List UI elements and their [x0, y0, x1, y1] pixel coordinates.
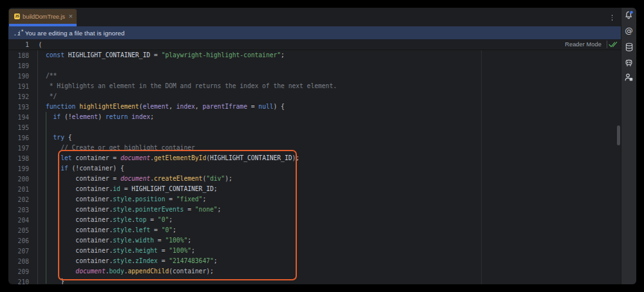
- code-line-204: 204 container.style.top = "0";: [8, 215, 621, 225]
- code-line-198: 198 let container = document.getElementB…: [8, 153, 621, 163]
- sticky-line-row: 1 ( Reader Mode: [8, 39, 621, 50]
- line-number: 201: [8, 186, 37, 193]
- line-number: 198: [8, 155, 37, 162]
- tab-label: buildDomTree.js: [23, 14, 65, 20]
- line-number: 199: [8, 165, 37, 172]
- line-number: 188: [8, 52, 37, 59]
- code-text: container.style.position = "fixed";: [37, 194, 621, 205]
- reader-mode-label: Reader Mode: [565, 41, 601, 48]
- line-number: 193: [8, 104, 37, 111]
- notifications-bell-icon[interactable]: [624, 10, 634, 19]
- code-lines: 188 const HIGHLIGHT_CONTAINER_ID = "play…: [8, 50, 621, 284]
- line-number: 209: [8, 268, 37, 275]
- code-text: /**: [37, 71, 621, 81]
- line-number: 203: [8, 206, 37, 214]
- code-line-207: 207 container.style.height = "100%";: [8, 246, 621, 256]
- javascript-file-icon: JS: [14, 14, 20, 19]
- code-text: try {: [37, 132, 621, 143]
- code-text: let container = document.getElementById(…: [37, 153, 621, 163]
- ide-window: JS buildDomTree.js × .i* You are editing…: [8, 8, 636, 284]
- code-text: container.style.pointerEvents = "none";: [37, 205, 621, 215]
- line-number: 197: [8, 145, 37, 152]
- code-text: container.style.zIndex = "2147483647";: [37, 256, 621, 266]
- code-line-199: 199 if (!container) {: [8, 163, 621, 174]
- code-text: if (!container) {: [37, 163, 621, 174]
- code-line-205: 205 container.style.left = "0";: [8, 225, 621, 235]
- code-text: const HIGHLIGHT_CONTAINER_ID = "playwrig…: [37, 50, 621, 60]
- tab-close-icon[interactable]: ×: [69, 14, 73, 19]
- code-line-190: 190 /**: [8, 71, 621, 81]
- line-number: 195: [8, 124, 37, 131]
- line-number: 190: [8, 73, 37, 80]
- code-text: if (!element) return index;: [37, 112, 621, 122]
- line-number: 191: [8, 83, 37, 90]
- code-text: }: [37, 277, 621, 284]
- code-text: */: [37, 91, 621, 102]
- code-line-209: 209 document.body.appendChild(container)…: [8, 266, 621, 277]
- code-line-192: 192 */: [8, 91, 621, 102]
- at-glyph: @: [625, 26, 633, 35]
- code-line-188: 188 const HIGHLIGHT_CONTAINER_ID = "play…: [8, 50, 621, 60]
- code-line-194: 194 if (!element) return index;: [8, 112, 621, 122]
- line-number: 189: [8, 62, 37, 69]
- line-number: 194: [8, 114, 37, 121]
- database-icon[interactable]: [624, 42, 634, 51]
- banner-message: You are editing a file that is ignored: [25, 30, 125, 37]
- code-text: document.body.appendChild(container);: [37, 266, 621, 277]
- line-number: 196: [8, 134, 37, 141]
- editor-pane: JS buildDomTree.js × .i* You are editing…: [8, 8, 621, 284]
- line-number: 204: [8, 217, 37, 224]
- line-number: 208: [8, 258, 37, 265]
- ignored-file-banner: .i* You are editing a file that is ignor…: [8, 26, 621, 39]
- ide-screen: JS buildDomTree.js × .i* You are editing…: [0, 0, 644, 292]
- line-number: 205: [8, 227, 37, 234]
- code-text: function highlightElement(element, index…: [37, 102, 621, 112]
- copilot-robot-icon[interactable]: [624, 59, 634, 68]
- code-text: container.style.top = "0";: [37, 215, 621, 225]
- code-line-189: 189: [8, 60, 621, 71]
- right-tool-window-stripe: @: [621, 8, 636, 284]
- editor-tab-bar: JS buildDomTree.js ×: [8, 8, 621, 26]
- code-line-193: 193 function highlightElement(element, i…: [8, 102, 621, 112]
- code-line-210: 210 }: [8, 277, 621, 284]
- code-line-202: 202 container.style.position = "fixed";: [8, 194, 621, 205]
- ignore-file-icon: .i*: [14, 29, 24, 37]
- line-number: 206: [8, 237, 37, 244]
- sticky-line-number: 1: [8, 41, 37, 48]
- line-number: 192: [8, 93, 37, 100]
- code-text: container.id = HIGHLIGHT_CONTAINER_ID;: [37, 184, 621, 194]
- line-number: 200: [8, 176, 37, 183]
- line-number: 202: [8, 196, 37, 203]
- tab-builddomtree-js[interactable]: JS buildDomTree.js ×: [9, 9, 77, 24]
- code-with-me-users-icon[interactable]: [624, 73, 634, 82]
- line-number: 210: [8, 278, 37, 285]
- sticky-line-code: (: [37, 41, 565, 48]
- code-text: container.style.left = "0";: [37, 225, 621, 235]
- code-line-208: 208 container.style.zIndex = "2147483647…: [8, 256, 621, 266]
- code-line-195: 195: [8, 122, 621, 132]
- inspections-ok-icon[interactable]: [609, 41, 618, 48]
- code-text: // Create or get highlight container: [37, 143, 621, 153]
- ai-assistant-at-icon[interactable]: @: [624, 26, 634, 35]
- code-text: * Highlights an element in the DOM and r…: [37, 81, 621, 91]
- line-number: 207: [8, 248, 37, 255]
- code-line-200: 200 container = document.createElement("…: [8, 174, 621, 184]
- code-line-196: 196 try {: [8, 132, 621, 143]
- active-tab-indicator: [9, 24, 77, 26]
- code-line-201: 201 container.id = HIGHLIGHT_CONTAINER_I…: [8, 184, 621, 194]
- reader-mode-widget[interactable]: Reader Mode: [565, 41, 621, 48]
- code-text: container.style.width = "100%";: [37, 235, 621, 246]
- vertical-scrollbar-thumb[interactable]: [617, 125, 620, 145]
- code-line-191: 191 * Highlights an element in the DOM a…: [8, 81, 621, 91]
- code-line-206: 206 container.style.width = "100%";: [8, 235, 621, 246]
- code-text: container = document.createElement("div"…: [37, 174, 621, 184]
- code-line-203: 203 container.style.pointerEvents = "non…: [8, 205, 621, 215]
- code-text: container.style.height = "100%";: [37, 246, 621, 256]
- widget-separator: [607, 41, 607, 48]
- kebab-menu-icon[interactable]: [611, 15, 614, 22]
- code-line-197: 197 // Create or get highlight container: [8, 143, 621, 153]
- code-editor[interactable]: 188 const HIGHLIGHT_CONTAINER_ID = "play…: [8, 50, 621, 284]
